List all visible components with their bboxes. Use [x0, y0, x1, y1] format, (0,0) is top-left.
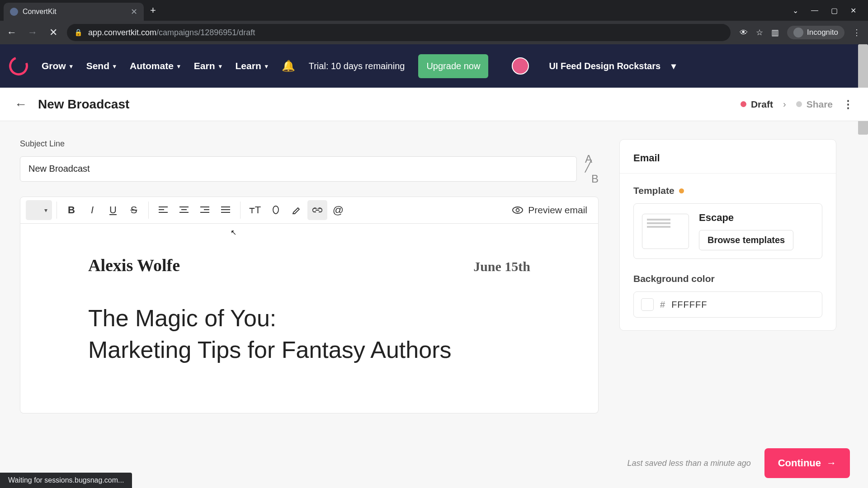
warning-dot-icon [679, 188, 684, 193]
chevron-down-icon: ▾ [70, 63, 73, 70]
svg-point-0 [513, 207, 523, 213]
subject-label: Subject Line [20, 139, 599, 149]
eye-off-icon[interactable]: 👁 [740, 28, 748, 38]
highlight-button[interactable] [287, 200, 307, 220]
maximize-icon[interactable]: ▢ [831, 6, 838, 15]
align-right-button[interactable] [195, 200, 215, 220]
browser-chrome: ConvertKit ✕ + ⌄ — ▢ ✕ ← → ✕ 🔒 app.conve… [0, 0, 868, 44]
email-canvas[interactable]: Alexis Wolfe June 15th The Magic of You:… [20, 224, 599, 413]
font-size-button[interactable]: ᴛT [245, 200, 265, 220]
autosave-text: Last saved less than a minute ago [627, 459, 750, 468]
tab-title: ConvertKit [23, 8, 126, 16]
incognito-label: Incognito [807, 28, 838, 37]
text-color-button[interactable] [266, 200, 286, 220]
color-swatch[interactable] [641, 298, 654, 311]
favicon-icon [10, 8, 18, 16]
chevron-down-icon: ▾ [219, 63, 222, 70]
status-dot-icon [796, 101, 802, 107]
back-arrow-icon[interactable]: ← [14, 97, 27, 112]
bold-button[interactable]: B [61, 200, 81, 220]
template-thumbnail[interactable] [642, 214, 689, 249]
status-share[interactable]: Share [796, 99, 833, 110]
align-left-button[interactable] [153, 200, 173, 220]
org-name: UI Feed Design Rockstars [549, 60, 660, 72]
minimize-icon[interactable]: — [811, 6, 818, 15]
close-tab-icon[interactable]: ✕ [131, 7, 137, 17]
italic-button[interactable]: I [82, 200, 102, 220]
nav-earn[interactable]: Earn▾ [194, 61, 222, 71]
align-justify-button[interactable] [216, 200, 236, 220]
star-icon[interactable]: ☆ [756, 28, 763, 38]
trial-text: Trial: 10 days remaining [309, 60, 405, 72]
underline-button[interactable]: U [103, 200, 123, 220]
back-button[interactable]: ← [5, 25, 19, 40]
align-center-button[interactable] [174, 200, 194, 220]
svg-point-1 [516, 208, 519, 211]
continue-button[interactable]: Continue → [764, 448, 850, 478]
org-selector[interactable]: UI Feed Design Rockstars ▾ [549, 60, 676, 72]
chevron-right-icon: › [783, 99, 786, 109]
tab-dropdown-icon[interactable]: ⌄ [793, 6, 798, 15]
subject-input[interactable] [20, 156, 577, 182]
notifications-icon[interactable]: 🔔 [282, 60, 295, 72]
email-author: Alexis Wolfe [88, 255, 180, 275]
convertkit-logo-icon[interactable] [6, 53, 31, 79]
editor-column: Subject Line A╱B ▾ B I U S [20, 139, 599, 488]
chevron-down-icon: ▾ [671, 60, 676, 72]
nav-send[interactable]: Send▾ [86, 61, 116, 71]
browser-status-text: Waiting for sessions.bugsnag.com... [0, 473, 132, 488]
avatar[interactable] [512, 57, 529, 75]
browser-menu-icon[interactable]: ⋮ [853, 28, 861, 38]
page-title: New Broadcast [38, 97, 129, 112]
hash-prefix: # [660, 300, 665, 310]
app-header: Grow▾ Send▾ Automate▾ Earn▾ Learn▾ 🔔 Tri… [0, 44, 868, 88]
bg-color-label: Background color [633, 273, 822, 284]
settings-sidebar: Email Template Escape Browse templates B… [619, 139, 836, 488]
template-label: Template [633, 185, 822, 196]
tab-strip: ConvertKit ✕ + ⌄ — ▢ ✕ [0, 0, 868, 21]
chevron-down-icon: ▾ [265, 63, 268, 70]
nav-learn[interactable]: Learn▾ [236, 61, 268, 71]
url-field[interactable]: 🔒 app.convertkit.com/campaigns/12896951/… [67, 24, 731, 41]
nav-automate[interactable]: Automate▾ [130, 61, 180, 71]
mention-button[interactable]: @ [328, 200, 348, 220]
ab-test-button[interactable]: A╱B [585, 154, 599, 184]
nav-grow[interactable]: Grow▾ [42, 61, 73, 71]
eye-icon [512, 206, 524, 215]
forward-button[interactable]: → [25, 25, 40, 40]
address-bar: ← → ✕ 🔒 app.convertkit.com/campaigns/128… [0, 21, 868, 44]
chevron-down-icon: ▾ [177, 63, 180, 70]
incognito-badge[interactable]: Incognito [787, 26, 844, 39]
browse-templates-button[interactable]: Browse templates [699, 230, 793, 250]
chevron-down-icon: ▾ [113, 63, 116, 70]
lock-icon: 🔒 [74, 28, 83, 37]
status-dot-icon [741, 101, 746, 107]
arrow-right-icon: → [826, 457, 836, 469]
editor-toolbar: ▾ B I U S ᴛT [20, 197, 599, 224]
link-button[interactable] [307, 200, 327, 220]
preview-email-button[interactable]: Preview email [512, 205, 593, 216]
email-title: The Magic of You: Marketing Tips for Fan… [88, 302, 530, 366]
window-controls: ⌄ — ▢ ✕ [793, 6, 864, 15]
browser-tab[interactable]: ConvertKit ✕ [4, 3, 144, 21]
template-name: Escape [699, 212, 793, 224]
bg-color-field[interactable]: # [633, 291, 822, 318]
email-date: June 15th [473, 259, 530, 274]
status-draft[interactable]: Draft [741, 99, 773, 110]
extensions-icon[interactable]: ▥ [771, 28, 779, 38]
upgrade-button[interactable]: Upgrade now [418, 54, 488, 78]
block-type-dropdown[interactable]: ▾ [26, 200, 52, 220]
url-path: /campaigns/12896951/draft [156, 28, 255, 37]
close-window-icon[interactable]: ✕ [850, 6, 856, 15]
page-subheader: ← New Broadcast Draft › Share ⋮ [0, 88, 868, 121]
bg-color-input[interactable] [671, 300, 726, 310]
email-settings-panel: Email Template Escape Browse templates B… [619, 139, 836, 331]
panel-title: Email [633, 152, 822, 164]
strikethrough-button[interactable]: S [124, 200, 144, 220]
more-menu-icon[interactable]: ⋮ [843, 98, 854, 111]
workspace: Subject Line A╱B ▾ B I U S [0, 121, 868, 488]
template-selector: Escape Browse templates [633, 203, 822, 259]
stop-reload-button[interactable]: ✕ [46, 25, 61, 40]
new-tab-button[interactable]: + [150, 5, 156, 16]
url-host: app.convertkit.com [88, 28, 156, 37]
